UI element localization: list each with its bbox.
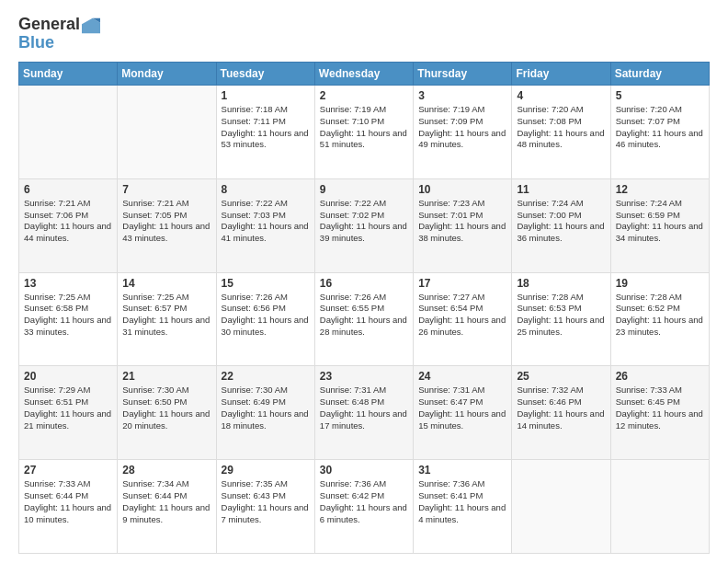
day-info: Sunrise: 7:34 AMSunset: 6:44 PMDaylight:…	[122, 478, 210, 525]
day-number: 22	[222, 370, 310, 383]
weekday-wednesday: Wednesday	[314, 63, 413, 86]
week-row-5: 27Sunrise: 7:33 AMSunset: 6:44 PMDayligh…	[19, 460, 710, 554]
day-cell-23: 23Sunrise: 7:31 AMSunset: 6:48 PMDayligh…	[314, 366, 413, 460]
day-info: Sunrise: 7:19 AMSunset: 7:10 PMDaylight:…	[320, 104, 408, 151]
header: General Blue	[18, 15, 710, 52]
day-cell-15: 15Sunrise: 7:26 AMSunset: 6:56 PMDayligh…	[216, 272, 314, 366]
day-number: 24	[418, 370, 506, 383]
logo-blue: Blue	[18, 33, 100, 52]
day-cell-4: 4Sunrise: 7:20 AMSunset: 7:08 PMDaylight…	[512, 86, 610, 179]
day-cell-24: 24Sunrise: 7:31 AMSunset: 6:47 PMDayligh…	[414, 366, 512, 460]
day-number: 14	[122, 277, 210, 290]
day-info: Sunrise: 7:28 AMSunset: 6:53 PMDaylight:…	[517, 292, 605, 339]
week-row-3: 13Sunrise: 7:25 AMSunset: 6:58 PMDayligh…	[19, 272, 710, 366]
day-cell-1: 1Sunrise: 7:18 AMSunset: 7:11 PMDaylight…	[216, 86, 314, 179]
day-cell-16: 16Sunrise: 7:26 AMSunset: 6:55 PMDayligh…	[314, 272, 413, 366]
day-cell-20: 20Sunrise: 7:29 AMSunset: 6:51 PMDayligh…	[19, 366, 118, 460]
day-cell-14: 14Sunrise: 7:25 AMSunset: 6:57 PMDayligh…	[118, 272, 216, 366]
week-row-4: 20Sunrise: 7:29 AMSunset: 6:51 PMDayligh…	[19, 366, 710, 460]
empty-cell	[512, 460, 610, 554]
day-info: Sunrise: 7:23 AMSunset: 7:01 PMDaylight:…	[418, 198, 506, 245]
day-cell-5: 5Sunrise: 7:20 AMSunset: 7:07 PMDaylight…	[610, 86, 709, 179]
day-number: 5	[616, 89, 704, 102]
day-cell-18: 18Sunrise: 7:28 AMSunset: 6:53 PMDayligh…	[512, 272, 610, 366]
day-number: 3	[418, 89, 506, 102]
day-cell-2: 2Sunrise: 7:19 AMSunset: 7:10 PMDaylight…	[314, 86, 413, 179]
day-cell-17: 17Sunrise: 7:27 AMSunset: 6:54 PMDayligh…	[414, 272, 512, 366]
logo-icon	[82, 17, 100, 35]
weekday-header-row: SundayMondayTuesdayWednesdayThursdayFrid…	[19, 63, 710, 86]
day-cell-22: 22Sunrise: 7:30 AMSunset: 6:49 PMDayligh…	[216, 366, 314, 460]
day-info: Sunrise: 7:24 AMSunset: 6:59 PMDaylight:…	[616, 198, 704, 245]
day-cell-13: 13Sunrise: 7:25 AMSunset: 6:58 PMDayligh…	[19, 272, 118, 366]
day-info: Sunrise: 7:36 AMSunset: 6:41 PMDaylight:…	[418, 478, 506, 525]
day-info: Sunrise: 7:36 AMSunset: 6:42 PMDaylight:…	[320, 478, 408, 525]
day-cell-19: 19Sunrise: 7:28 AMSunset: 6:52 PMDayligh…	[610, 272, 709, 366]
day-number: 13	[24, 277, 112, 290]
day-info: Sunrise: 7:28 AMSunset: 6:52 PMDaylight:…	[616, 292, 704, 339]
day-info: Sunrise: 7:26 AMSunset: 6:55 PMDaylight:…	[320, 292, 408, 339]
day-info: Sunrise: 7:19 AMSunset: 7:09 PMDaylight:…	[418, 104, 506, 151]
day-cell-12: 12Sunrise: 7:24 AMSunset: 6:59 PMDayligh…	[610, 178, 709, 272]
day-info: Sunrise: 7:31 AMSunset: 6:47 PMDaylight:…	[418, 385, 506, 431]
day-info: Sunrise: 7:20 AMSunset: 7:07 PMDaylight:…	[616, 104, 704, 151]
day-info: Sunrise: 7:18 AMSunset: 7:11 PMDaylight:…	[222, 104, 310, 151]
page: General Blue SundayMondayTuesdayWednesda…	[0, 0, 728, 563]
week-row-2: 6Sunrise: 7:21 AMSunset: 7:06 PMDaylight…	[19, 178, 710, 272]
weekday-saturday: Saturday	[610, 63, 709, 86]
empty-cell	[610, 460, 709, 554]
day-number: 6	[24, 183, 112, 196]
day-info: Sunrise: 7:31 AMSunset: 6:48 PMDaylight:…	[320, 385, 408, 431]
day-number: 25	[517, 370, 605, 383]
logo: General Blue	[18, 15, 100, 52]
day-cell-7: 7Sunrise: 7:21 AMSunset: 7:05 PMDaylight…	[118, 178, 216, 272]
day-number: 9	[320, 183, 408, 196]
day-info: Sunrise: 7:30 AMSunset: 6:50 PMDaylight:…	[122, 385, 210, 431]
day-cell-21: 21Sunrise: 7:30 AMSunset: 6:50 PMDayligh…	[118, 366, 216, 460]
day-cell-28: 28Sunrise: 7:34 AMSunset: 6:44 PMDayligh…	[118, 460, 216, 554]
day-number: 4	[517, 89, 605, 102]
weekday-monday: Monday	[118, 63, 216, 86]
day-info: Sunrise: 7:24 AMSunset: 7:00 PMDaylight:…	[517, 198, 605, 245]
day-cell-11: 11Sunrise: 7:24 AMSunset: 7:00 PMDayligh…	[512, 178, 610, 272]
day-cell-25: 25Sunrise: 7:32 AMSunset: 6:46 PMDayligh…	[512, 366, 610, 460]
day-number: 28	[122, 464, 210, 477]
day-number: 20	[24, 370, 112, 383]
day-cell-8: 8Sunrise: 7:22 AMSunset: 7:03 PMDaylight…	[216, 178, 314, 272]
day-number: 1	[222, 89, 310, 102]
day-number: 8	[222, 183, 310, 196]
day-cell-10: 10Sunrise: 7:23 AMSunset: 7:01 PMDayligh…	[414, 178, 512, 272]
day-cell-31: 31Sunrise: 7:36 AMSunset: 6:41 PMDayligh…	[414, 460, 512, 554]
day-number: 18	[517, 277, 605, 290]
day-number: 21	[122, 370, 210, 383]
day-number: 2	[320, 89, 408, 102]
day-info: Sunrise: 7:22 AMSunset: 7:03 PMDaylight:…	[222, 198, 310, 245]
weekday-thursday: Thursday	[414, 63, 512, 86]
day-number: 27	[24, 464, 112, 477]
day-number: 17	[418, 277, 506, 290]
day-info: Sunrise: 7:35 AMSunset: 6:43 PMDaylight:…	[222, 478, 310, 525]
day-info: Sunrise: 7:27 AMSunset: 6:54 PMDaylight:…	[418, 292, 506, 339]
day-number: 12	[616, 183, 704, 196]
day-number: 7	[122, 183, 210, 196]
day-info: Sunrise: 7:29 AMSunset: 6:51 PMDaylight:…	[24, 385, 112, 431]
day-number: 30	[320, 464, 408, 477]
day-number: 11	[517, 183, 605, 196]
weekday-sunday: Sunday	[19, 63, 118, 86]
day-info: Sunrise: 7:20 AMSunset: 7:08 PMDaylight:…	[517, 104, 605, 151]
day-info: Sunrise: 7:22 AMSunset: 7:02 PMDaylight:…	[320, 198, 408, 245]
day-cell-26: 26Sunrise: 7:33 AMSunset: 6:45 PMDayligh…	[610, 366, 709, 460]
day-number: 23	[320, 370, 408, 383]
day-info: Sunrise: 7:21 AMSunset: 7:06 PMDaylight:…	[24, 198, 112, 245]
calendar: SundayMondayTuesdayWednesdayThursdayFrid…	[18, 62, 710, 554]
day-number: 19	[616, 277, 704, 290]
day-info: Sunrise: 7:25 AMSunset: 6:58 PMDaylight:…	[24, 292, 112, 339]
day-info: Sunrise: 7:33 AMSunset: 6:45 PMDaylight:…	[616, 385, 704, 431]
day-info: Sunrise: 7:30 AMSunset: 6:49 PMDaylight:…	[222, 385, 310, 431]
day-cell-9: 9Sunrise: 7:22 AMSunset: 7:02 PMDaylight…	[314, 178, 413, 272]
day-info: Sunrise: 7:33 AMSunset: 6:44 PMDaylight:…	[24, 478, 112, 525]
weekday-friday: Friday	[512, 63, 610, 86]
day-cell-6: 6Sunrise: 7:21 AMSunset: 7:06 PMDaylight…	[19, 178, 118, 272]
weekday-tuesday: Tuesday	[216, 63, 314, 86]
day-cell-30: 30Sunrise: 7:36 AMSunset: 6:42 PMDayligh…	[314, 460, 413, 554]
